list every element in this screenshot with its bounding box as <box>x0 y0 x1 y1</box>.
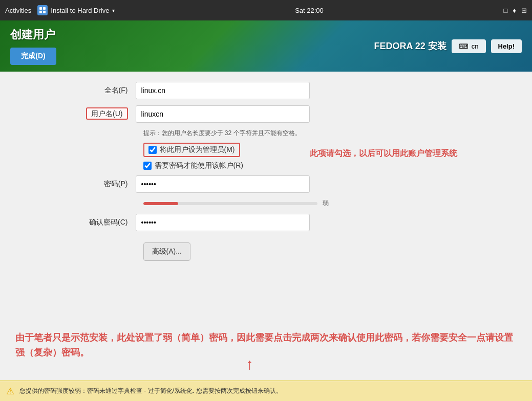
admin-checkbox[interactable] <box>148 146 157 154</box>
warning-icon: ⚠ <box>6 386 14 397</box>
taskbar-icon-window: □ <box>503 7 507 14</box>
strength-row: 弱 <box>143 199 458 208</box>
activities-button[interactable]: Activities <box>5 7 31 14</box>
strength-bar-fill <box>143 202 178 205</box>
confirm-input[interactable] <box>136 214 310 231</box>
username-label: 用户名(U) <box>86 107 127 120</box>
svg-rect-0 <box>39 7 42 10</box>
taskbar: Activities Install to Hard Drive ▾ Sat 2… <box>0 0 532 20</box>
username-hint: 提示：您的用户名长度要少于 32 个字符并且不能有空格。 <box>143 129 458 138</box>
header-right: FEDORA 22 安装 ⌨ cn Help! <box>374 39 522 53</box>
taskbar-icon-volume: ♦ <box>513 7 516 14</box>
taskbar-icon-network: ⊞ <box>521 7 527 14</box>
app-icon <box>37 5 48 15</box>
fedora-title: FEDORA 22 安装 <box>374 40 446 52</box>
page-title: 创建用户 <box>10 27 56 42</box>
status-bar: ⚠ 您提供的密码强度较弱：密码未通过字典检查 - 过于简化/系统化. 您需要按两… <box>0 381 532 401</box>
taskbar-left: Activities Install to Hard Drive ▾ <box>5 5 115 15</box>
help-button[interactable]: Help! <box>491 39 522 53</box>
admin-checkbox-label: 将此用户设为管理员(M) <box>160 145 235 154</box>
username-label-wrapper: 用户名(U) <box>74 109 136 119</box>
strength-label: 弱 <box>323 199 329 208</box>
taskbar-clock: Sat 22:00 <box>295 7 324 14</box>
password-label: 密码(P) <box>74 180 136 189</box>
main-window: 创建用户 完成(D) FEDORA 22 安装 ⌨ cn Help! 全名(F)… <box>0 20 532 401</box>
admin-checkbox-container[interactable]: 将此用户设为管理员(M) <box>143 143 240 157</box>
advanced-button[interactable]: 高级(A)... <box>143 242 190 261</box>
app-name-label: Install to Hard Drive <box>51 7 109 14</box>
fullname-row: 全名(F) <box>74 82 458 99</box>
lang-label: cn <box>472 42 479 50</box>
arrow-icon: ↑ <box>246 355 253 373</box>
app-dropdown-icon[interactable]: ▾ <box>112 8 115 13</box>
app-launcher[interactable]: Install to Hard Drive ▾ <box>37 5 115 15</box>
confirm-label: 确认密码(C) <box>74 218 136 227</box>
taskbar-right: □ ♦ ⊞ <box>503 7 527 14</box>
require-password-label: 需要密码才能使用该帐户(R) <box>155 161 243 170</box>
header-left: 创建用户 完成(D) <box>10 27 56 65</box>
svg-rect-3 <box>43 11 46 13</box>
confirm-password-row: 确认密码(C) <box>74 214 458 231</box>
strength-bar-container <box>143 202 317 205</box>
require-password-container[interactable]: 需要密码才能使用该帐户(R) <box>143 161 243 170</box>
annotation-bubble: 此项请勾选，以后可以用此账户管理系统 <box>310 147 504 160</box>
header: 创建用户 完成(D) FEDORA 22 安装 ⌨ cn Help! <box>0 20 532 72</box>
password-row: 密码(P) <box>74 175 458 193</box>
require-password-checkbox[interactable] <box>143 162 152 170</box>
status-message: 您提供的密码强度较弱：密码未通过字典检查 - 过于简化/系统化. 您需要按两次完… <box>19 387 282 395</box>
password-input[interactable] <box>136 175 310 193</box>
username-input[interactable] <box>136 105 310 123</box>
done-button[interactable]: 完成(D) <box>10 48 56 65</box>
require-password-row: 需要密码才能使用该帐户(R) <box>143 161 458 170</box>
svg-rect-2 <box>39 11 42 13</box>
annotation-bubble-text: 此项请勾选，以后可以用此账户管理系统 <box>310 149 457 158</box>
username-row: 用户名(U) <box>74 105 458 123</box>
bottom-annotation: 由于笔者只是示范安装，此处设置了弱（简单）密码，因此需要点击完成两次来确认使用此… <box>15 330 517 360</box>
fullname-label: 全名(F) <box>74 86 136 95</box>
bottom-annotation-text: 由于笔者只是示范安装，此处设置了弱（简单）密码，因此需要点击完成两次来确认使用此… <box>15 332 513 358</box>
keyboard-icon: ⌨ <box>459 42 469 50</box>
content-area: 全名(F) 用户名(U) 提示：您的用户名长度要少于 32 个字符并且不能有空格… <box>0 72 532 401</box>
language-button[interactable]: ⌨ cn <box>452 39 486 53</box>
fullname-input[interactable] <box>136 82 310 99</box>
form-area: 全名(F) 用户名(U) 提示：您的用户名长度要少于 32 个字符并且不能有空格… <box>74 72 458 271</box>
svg-rect-1 <box>43 7 46 10</box>
